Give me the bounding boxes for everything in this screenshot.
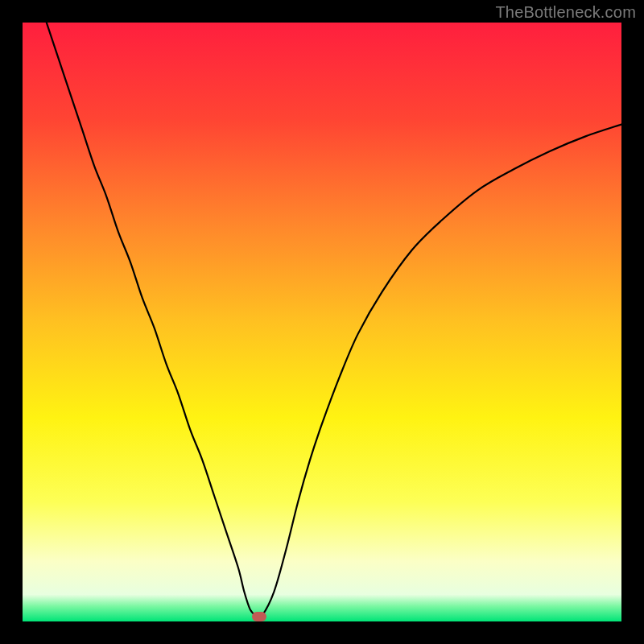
watermark-text: TheBottleneck.com	[495, 3, 636, 22]
chart-curve	[23, 23, 621, 621]
optimum-marker	[252, 612, 266, 621]
chart-frame	[23, 23, 621, 621]
